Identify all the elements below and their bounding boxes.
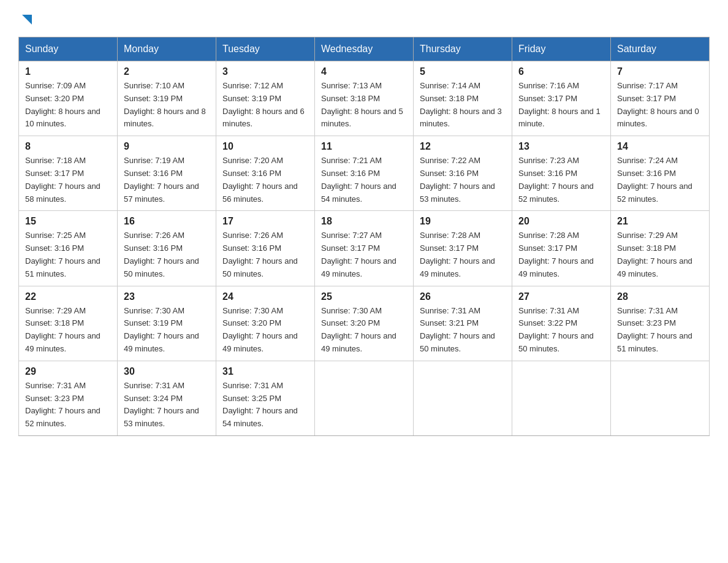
calendar-cell: 15 Sunrise: 7:25 AM Sunset: 3:16 PM Dayl… <box>19 211 118 286</box>
day-info: Sunrise: 7:26 AM Sunset: 3:16 PM Dayligh… <box>124 229 210 280</box>
day-info: Sunrise: 7:28 AM Sunset: 3:17 PM Dayligh… <box>518 229 604 280</box>
calendar-week-row: 22 Sunrise: 7:29 AM Sunset: 3:18 PM Dayl… <box>19 286 710 361</box>
day-info: Sunrise: 7:12 AM Sunset: 3:19 PM Dayligh… <box>222 80 308 131</box>
calendar-cell: 11 Sunrise: 7:21 AM Sunset: 3:16 PM Dayl… <box>315 136 414 211</box>
calendar-cell: 29 Sunrise: 7:31 AM Sunset: 3:23 PM Dayl… <box>19 361 118 435</box>
day-number: 29 <box>25 366 111 377</box>
calendar-header-row: SundayMondayTuesdayWednesdayThursdayFrid… <box>19 37 710 61</box>
day-number: 17 <box>222 216 308 227</box>
weekday-header-friday: Friday <box>512 37 611 61</box>
day-number: 13 <box>518 141 604 152</box>
calendar-cell <box>315 361 414 435</box>
calendar-cell: 24 Sunrise: 7:30 AM Sunset: 3:20 PM Dayl… <box>216 286 315 361</box>
day-number: 28 <box>617 291 703 302</box>
day-number: 5 <box>420 66 506 77</box>
day-info: Sunrise: 7:31 AM Sunset: 3:24 PM Dayligh… <box>124 380 210 431</box>
calendar-cell: 21 Sunrise: 7:29 AM Sunset: 3:18 PM Dayl… <box>611 211 710 286</box>
day-info: Sunrise: 7:31 AM Sunset: 3:21 PM Dayligh… <box>420 305 506 356</box>
day-number: 3 <box>222 66 308 77</box>
day-info: Sunrise: 7:22 AM Sunset: 3:16 PM Dayligh… <box>420 155 506 205</box>
day-info: Sunrise: 7:19 AM Sunset: 3:16 PM Dayligh… <box>124 155 210 205</box>
day-info: Sunrise: 7:31 AM Sunset: 3:25 PM Dayligh… <box>222 380 308 431</box>
day-number: 9 <box>124 141 210 152</box>
day-number: 21 <box>617 216 703 227</box>
calendar-cell: 9 Sunrise: 7:19 AM Sunset: 3:16 PM Dayli… <box>118 136 216 211</box>
weekday-header-saturday: Saturday <box>611 37 710 61</box>
calendar-cell: 10 Sunrise: 7:20 AM Sunset: 3:16 PM Dayl… <box>216 136 315 211</box>
day-number: 12 <box>420 141 506 152</box>
calendar-cell: 8 Sunrise: 7:18 AM Sunset: 3:17 PM Dayli… <box>19 136 118 211</box>
day-number: 2 <box>124 66 210 77</box>
day-info: Sunrise: 7:20 AM Sunset: 3:16 PM Dayligh… <box>222 155 308 205</box>
calendar-table: SundayMondayTuesdayWednesdayThursdayFrid… <box>18 37 710 436</box>
calendar-cell: 22 Sunrise: 7:29 AM Sunset: 3:18 PM Dayl… <box>19 286 118 361</box>
weekday-header-sunday: Sunday <box>19 37 118 61</box>
calendar-cell: 23 Sunrise: 7:30 AM Sunset: 3:19 PM Dayl… <box>118 286 216 361</box>
day-number: 4 <box>321 66 407 77</box>
day-info: Sunrise: 7:31 AM Sunset: 3:22 PM Dayligh… <box>518 305 604 356</box>
calendar-cell: 26 Sunrise: 7:31 AM Sunset: 3:21 PM Dayl… <box>414 286 512 361</box>
day-number: 25 <box>321 291 407 302</box>
day-number: 24 <box>222 291 308 302</box>
day-info: Sunrise: 7:10 AM Sunset: 3:19 PM Dayligh… <box>124 80 210 131</box>
day-info: Sunrise: 7:24 AM Sunset: 3:16 PM Dayligh… <box>617 155 703 205</box>
day-number: 26 <box>420 291 506 302</box>
day-number: 7 <box>617 66 703 77</box>
calendar-cell: 1 Sunrise: 7:09 AM Sunset: 3:20 PM Dayli… <box>19 61 118 136</box>
calendar-cell: 19 Sunrise: 7:28 AM Sunset: 3:17 PM Dayl… <box>414 211 512 286</box>
day-info: Sunrise: 7:13 AM Sunset: 3:18 PM Dayligh… <box>321 80 407 131</box>
day-info: Sunrise: 7:23 AM Sunset: 3:16 PM Dayligh… <box>518 155 604 205</box>
day-number: 8 <box>25 141 111 152</box>
day-info: Sunrise: 7:18 AM Sunset: 3:17 PM Dayligh… <box>25 155 111 205</box>
day-number: 16 <box>124 216 210 227</box>
calendar-week-row: 1 Sunrise: 7:09 AM Sunset: 3:20 PM Dayli… <box>19 61 710 136</box>
page-header <box>18 12 710 25</box>
day-info: Sunrise: 7:26 AM Sunset: 3:16 PM Dayligh… <box>222 229 308 280</box>
calendar-cell: 30 Sunrise: 7:31 AM Sunset: 3:24 PM Dayl… <box>118 361 216 435</box>
day-info: Sunrise: 7:17 AM Sunset: 3:17 PM Dayligh… <box>617 80 703 131</box>
calendar-cell <box>611 361 710 435</box>
calendar-cell: 20 Sunrise: 7:28 AM Sunset: 3:17 PM Dayl… <box>512 211 611 286</box>
calendar-cell: 5 Sunrise: 7:14 AM Sunset: 3:18 PM Dayli… <box>414 61 512 136</box>
day-number: 20 <box>518 216 604 227</box>
weekday-header-thursday: Thursday <box>414 37 512 61</box>
day-info: Sunrise: 7:30 AM Sunset: 3:19 PM Dayligh… <box>124 305 210 356</box>
day-number: 31 <box>222 366 308 377</box>
day-number: 15 <box>25 216 111 227</box>
weekday-header-wednesday: Wednesday <box>315 37 414 61</box>
calendar-week-row: 15 Sunrise: 7:25 AM Sunset: 3:16 PM Dayl… <box>19 211 710 286</box>
day-info: Sunrise: 7:30 AM Sunset: 3:20 PM Dayligh… <box>222 305 308 356</box>
day-number: 19 <box>420 216 506 227</box>
day-info: Sunrise: 7:14 AM Sunset: 3:18 PM Dayligh… <box>420 80 506 131</box>
day-number: 6 <box>518 66 604 77</box>
calendar-cell: 2 Sunrise: 7:10 AM Sunset: 3:19 PM Dayli… <box>118 61 216 136</box>
calendar-cell: 13 Sunrise: 7:23 AM Sunset: 3:16 PM Dayl… <box>512 136 611 211</box>
calendar-cell: 25 Sunrise: 7:30 AM Sunset: 3:20 PM Dayl… <box>315 286 414 361</box>
calendar-cell <box>512 361 611 435</box>
weekday-header-monday: Monday <box>118 37 216 61</box>
calendar-cell: 3 Sunrise: 7:12 AM Sunset: 3:19 PM Dayli… <box>216 61 315 136</box>
day-info: Sunrise: 7:09 AM Sunset: 3:20 PM Dayligh… <box>25 80 111 131</box>
day-info: Sunrise: 7:21 AM Sunset: 3:16 PM Dayligh… <box>321 155 407 205</box>
day-number: 10 <box>222 141 308 152</box>
calendar-cell: 27 Sunrise: 7:31 AM Sunset: 3:22 PM Dayl… <box>512 286 611 361</box>
calendar-week-row: 8 Sunrise: 7:18 AM Sunset: 3:17 PM Dayli… <box>19 136 710 211</box>
calendar-cell: 31 Sunrise: 7:31 AM Sunset: 3:25 PM Dayl… <box>216 361 315 435</box>
day-info: Sunrise: 7:30 AM Sunset: 3:20 PM Dayligh… <box>321 305 407 356</box>
day-info: Sunrise: 7:29 AM Sunset: 3:18 PM Dayligh… <box>617 229 703 280</box>
logo <box>18 12 33 25</box>
day-number: 23 <box>124 291 210 302</box>
day-number: 14 <box>617 141 703 152</box>
weekday-header-tuesday: Tuesday <box>216 37 315 61</box>
calendar-cell: 4 Sunrise: 7:13 AM Sunset: 3:18 PM Dayli… <box>315 61 414 136</box>
calendar-cell: 16 Sunrise: 7:26 AM Sunset: 3:16 PM Dayl… <box>118 211 216 286</box>
day-info: Sunrise: 7:29 AM Sunset: 3:18 PM Dayligh… <box>25 305 111 356</box>
logo-triangle-icon <box>20 12 33 28</box>
day-info: Sunrise: 7:16 AM Sunset: 3:17 PM Dayligh… <box>518 80 604 131</box>
calendar-cell: 14 Sunrise: 7:24 AM Sunset: 3:16 PM Dayl… <box>611 136 710 211</box>
day-info: Sunrise: 7:28 AM Sunset: 3:17 PM Dayligh… <box>420 229 506 280</box>
calendar-cell: 18 Sunrise: 7:27 AM Sunset: 3:17 PM Dayl… <box>315 211 414 286</box>
calendar-week-row: 29 Sunrise: 7:31 AM Sunset: 3:23 PM Dayl… <box>19 361 710 435</box>
calendar-cell: 12 Sunrise: 7:22 AM Sunset: 3:16 PM Dayl… <box>414 136 512 211</box>
day-number: 1 <box>25 66 111 77</box>
